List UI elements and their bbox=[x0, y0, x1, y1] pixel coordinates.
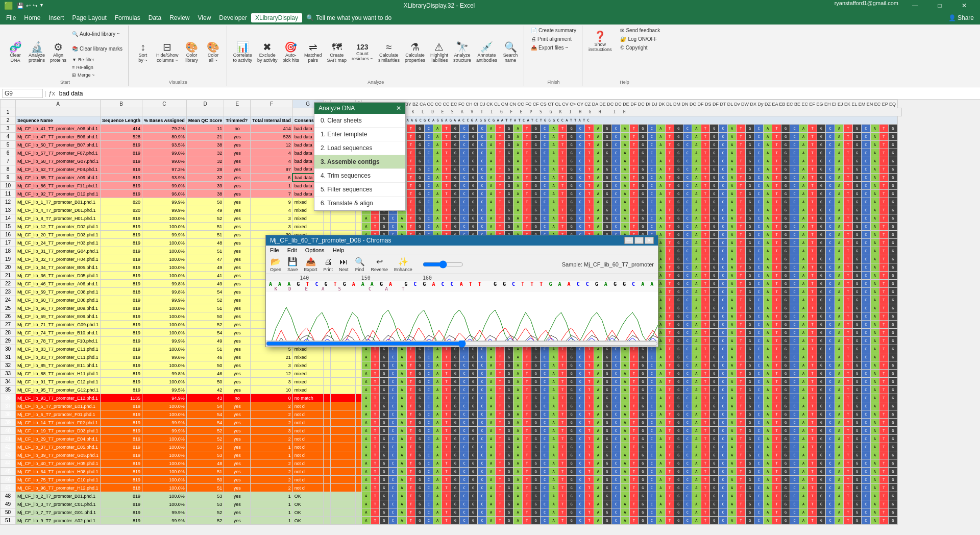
seq-cell[interactable]: C bbox=[683, 353, 692, 361]
seq-cell[interactable]: T bbox=[772, 174, 781, 182]
seq-cell[interactable]: G bbox=[852, 517, 861, 525]
seq-cell[interactable]: G bbox=[639, 500, 647, 508]
seq-cell[interactable]: A bbox=[594, 508, 602, 517]
seq-cell[interactable]: T bbox=[772, 141, 781, 149]
cell-name[interactable]: Mj_CF_lib_60_T7_promoter_D08.phd.1 bbox=[16, 296, 101, 304]
seq-cell[interactable]: A bbox=[621, 149, 629, 157]
seq-cell[interactable]: A bbox=[621, 451, 629, 459]
seq-cell[interactable]: C bbox=[611, 484, 620, 492]
seq-cell[interactable]: A bbox=[549, 125, 558, 133]
seq-cell[interactable]: G bbox=[710, 443, 719, 451]
seq-cell[interactable]: C bbox=[862, 378, 870, 386]
seq-cell[interactable]: G bbox=[710, 345, 719, 353]
seq-cell[interactable]: C bbox=[862, 394, 870, 402]
seq-cell[interactable]: A bbox=[656, 125, 665, 133]
merge-btn[interactable]: ⊞ Merge ~ bbox=[69, 71, 125, 79]
cell-J[interactable] bbox=[356, 435, 362, 443]
seq-cell[interactable]: C bbox=[826, 223, 835, 231]
cell-qc[interactable]: 50 bbox=[186, 198, 224, 206]
seq-cell[interactable]: T bbox=[737, 517, 745, 525]
seq-cell[interactable]: A bbox=[549, 182, 558, 190]
seq-cell[interactable]: G bbox=[745, 345, 754, 353]
seq-cell[interactable]: T bbox=[879, 198, 888, 206]
seq-cell[interactable]: A bbox=[870, 459, 879, 468]
cell-qc[interactable]: 32 bbox=[186, 149, 224, 157]
seq-cell[interactable]: A bbox=[486, 419, 495, 427]
seq-cell[interactable]: G bbox=[415, 410, 424, 419]
save-icon[interactable]: 💾 bbox=[17, 3, 24, 9]
seq-cell[interactable]: T bbox=[737, 410, 745, 419]
seq-cell[interactable]: T bbox=[808, 410, 817, 419]
seq-cell[interactable]: T bbox=[772, 451, 781, 459]
seq-cell[interactable]: C bbox=[424, 141, 433, 149]
seq-cell[interactable]: A bbox=[727, 459, 736, 468]
seq-cell[interactable]: C bbox=[460, 410, 469, 419]
seq-cell[interactable]: C bbox=[826, 255, 835, 263]
seq-cell[interactable]: T bbox=[406, 370, 415, 378]
seq-cell[interactable]: T bbox=[701, 353, 709, 361]
show-instructions-btn[interactable]: ❓ Showinstructions bbox=[586, 27, 614, 57]
seq-cell[interactable]: C bbox=[754, 174, 763, 182]
seq-cell[interactable]: C bbox=[719, 157, 727, 165]
seq-cell[interactable]: G bbox=[817, 345, 825, 353]
seq-cell[interactable]: G bbox=[639, 517, 647, 525]
seq-cell[interactable]: A bbox=[656, 190, 665, 198]
seq-cell[interactable]: G bbox=[504, 223, 513, 231]
seq-cell[interactable]: T bbox=[442, 500, 451, 508]
seq-cell[interactable]: A bbox=[763, 361, 772, 370]
seq-cell[interactable]: T bbox=[665, 125, 674, 133]
seq-cell[interactable]: C bbox=[790, 296, 799, 304]
seq-cell[interactable]: A bbox=[513, 165, 522, 174]
cell-I[interactable] bbox=[330, 492, 355, 500]
cell-consensus[interactable]: not cl bbox=[292, 451, 323, 459]
seq-cell[interactable]: C bbox=[754, 451, 763, 459]
seq-cell[interactable]: G bbox=[380, 394, 388, 402]
seq-cell[interactable]: G bbox=[451, 410, 459, 419]
seq-cell[interactable]: A bbox=[727, 165, 736, 174]
seq-cell[interactable]: G bbox=[888, 280, 897, 288]
seq-cell[interactable]: C bbox=[611, 476, 620, 484]
seq-cell[interactable]: T bbox=[701, 198, 709, 206]
seq-cell[interactable]: G bbox=[710, 214, 719, 223]
seq-cell[interactable]: A bbox=[727, 337, 736, 345]
seq-cell[interactable]: T bbox=[808, 296, 817, 304]
cell-consensus[interactable]: mixed bbox=[292, 214, 323, 223]
seq-cell[interactable]: A bbox=[692, 394, 701, 402]
seq-cell[interactable]: A bbox=[513, 378, 522, 386]
seq-cell[interactable]: T bbox=[496, 149, 504, 157]
seq-cell[interactable]: T bbox=[665, 402, 674, 410]
seq-cell[interactable]: T bbox=[879, 304, 888, 312]
seq-cell[interactable]: C bbox=[478, 443, 486, 451]
seq-cell[interactable]: T bbox=[585, 394, 594, 402]
seq-cell[interactable]: C bbox=[719, 468, 727, 476]
seq-cell[interactable]: A bbox=[870, 468, 879, 476]
seq-cell[interactable]: A bbox=[549, 476, 558, 484]
seq-cell[interactable]: C bbox=[540, 157, 549, 165]
seq-cell[interactable]: T bbox=[808, 394, 817, 402]
seq-cell[interactable]: A bbox=[763, 223, 772, 231]
seq-cell[interactable]: T bbox=[737, 190, 745, 198]
seq-cell[interactable]: G bbox=[531, 451, 540, 459]
seq-cell[interactable]: T bbox=[665, 517, 674, 525]
seq-cell[interactable]: G bbox=[710, 304, 719, 312]
seq-cell[interactable]: A bbox=[513, 508, 522, 517]
cell-I[interactable] bbox=[330, 459, 355, 468]
cell-trimmed[interactable]: yes bbox=[224, 419, 251, 427]
seq-cell[interactable]: A bbox=[835, 329, 843, 337]
seq-cell[interactable]: C bbox=[576, 149, 584, 157]
table-row[interactable]: 4 Mj_CF_lib_47_T7_promoter_B06.phd.1 528… bbox=[1, 133, 967, 141]
seq-cell[interactable]: A bbox=[513, 394, 522, 402]
seq-cell[interactable]: A bbox=[835, 500, 843, 508]
seq-cell[interactable]: G bbox=[639, 508, 647, 517]
seq-cell[interactable]: A bbox=[433, 182, 442, 190]
seq-cell[interactable]: G bbox=[781, 296, 790, 304]
cell-bad[interactable]: 1 bbox=[251, 500, 292, 508]
seq-cell[interactable]: G bbox=[852, 443, 861, 451]
seq-cell[interactable]: A bbox=[692, 329, 701, 337]
cell-B1[interactable] bbox=[101, 108, 142, 116]
menu-page-layout[interactable]: Page Layout bbox=[68, 13, 110, 22]
seq-cell[interactable]: T bbox=[844, 451, 852, 459]
seq-cell[interactable]: A bbox=[486, 492, 495, 500]
seq-cell[interactable]: A bbox=[763, 157, 772, 165]
seq-cell[interactable]: C bbox=[790, 312, 799, 321]
